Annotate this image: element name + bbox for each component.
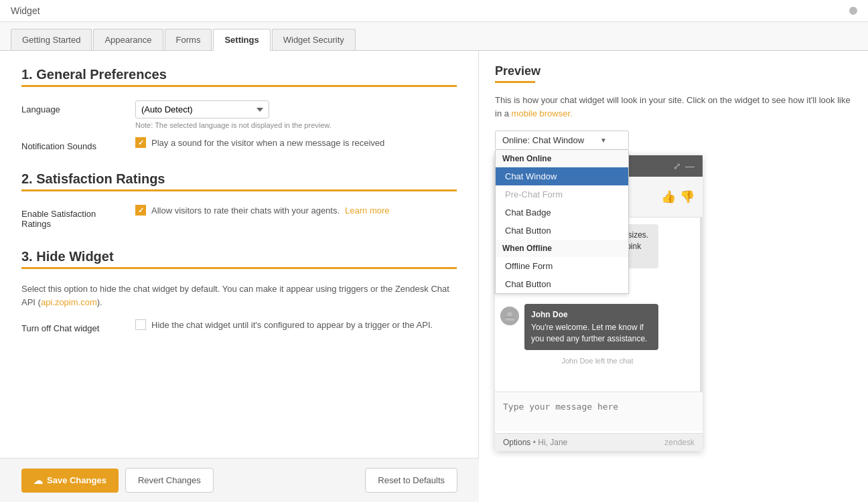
thumbs-up-icon[interactable]: 👍 (661, 189, 676, 204)
chat-footer: Options • Hi, Jane zendesk (495, 433, 703, 451)
preview-title: Preview (495, 64, 852, 78)
learn-more-link[interactable]: Learn more (345, 205, 389, 216)
dropdown-item-offline-form[interactable]: Offline Form (496, 257, 628, 275)
dropdown-value: Online: Chat Window (502, 135, 584, 145)
turn-off-row: Turn off Chat widget Hide the chat widge… (21, 319, 457, 333)
status-dot (849, 7, 857, 15)
msg-john-doe: John Doe You're welcome. Let me know if … (500, 304, 695, 349)
svg-point-4 (507, 312, 512, 317)
dropdown-item-chat-button-online[interactable]: Chat Button (496, 222, 628, 240)
preview-divider (495, 81, 535, 83)
group-when-offline: When Offline (496, 240, 628, 257)
top-bar: Widget (0, 0, 868, 22)
turn-off-label: Turn off Chat widget (21, 319, 135, 333)
satisfaction-content: Allow visitors to rate their chats with … (135, 205, 457, 216)
main-layout: 1. General Preferences Language (Auto De… (0, 51, 868, 493)
hide-widget-description: Select this option to hide the chat widg… (21, 282, 457, 309)
footer-separator: • (533, 438, 536, 447)
dropdown-menu: When Online Chat Window Pre-Chat Form Ch… (495, 150, 629, 294)
notification-label: Notification Sounds (21, 137, 135, 151)
reset-button[interactable]: Reset to Defaults (365, 468, 457, 493)
preview-dropdown-container: Online: Chat Window ▼ When Online Chat W… (495, 131, 852, 150)
satisfaction-checkbox-row: Allow visitors to rate their chats with … (135, 205, 457, 216)
tab-getting-started[interactable]: Getting Started (11, 29, 92, 50)
system-message: John Doe left the chat (500, 357, 695, 365)
turn-off-content: Hide the chat widget until it's configur… (135, 319, 457, 330)
satisfaction-checkbox[interactable] (135, 205, 146, 216)
satisfaction-label-text: Enable SatisfactionRatings (21, 209, 96, 229)
preview-dropdown[interactable]: Online: Chat Window ▼ (495, 131, 629, 150)
john-avatar-icon (504, 311, 515, 321)
language-select[interactable]: (Auto Detect) (135, 100, 269, 118)
button-row: ☁ Save Changes Revert Changes Reset to D… (0, 458, 479, 493)
notification-text: Play a sound for the visitor when a new … (151, 138, 384, 148)
section-satisfaction-divider (21, 189, 457, 191)
left-panel: 1. General Preferences Language (Auto De… (0, 51, 479, 493)
language-note: Note: The selected language is not displ… (135, 121, 457, 129)
john-bubble: John Doe You're welcome. Let me know if … (524, 304, 658, 349)
rating-icons: 👍 👎 (661, 189, 695, 204)
tab-settings[interactable]: Settings (213, 29, 270, 51)
right-panel: Preview This is how your chat widget wil… (479, 51, 868, 493)
section-hide-widget: 3. Hide Widget Select this option to hid… (21, 249, 457, 333)
cloud-icon: ☁ (33, 475, 43, 486)
mobile-link[interactable]: mobile browser. (512, 108, 573, 118)
api-link[interactable]: api.zopim.com (41, 297, 97, 307)
language-label: Language (21, 100, 135, 114)
chevron-down-icon: ▼ (600, 137, 607, 144)
section-general: 1. General Preferences Language (Auto De… (21, 67, 457, 151)
chat-input-area (495, 392, 703, 433)
notification-checkbox-row: Play a sound for the visitor when a new … (135, 137, 457, 148)
language-content: (Auto Detect) Note: The selected languag… (135, 100, 457, 129)
thumbs-down-icon[interactable]: 👎 (680, 189, 695, 204)
notification-content: Play a sound for the visitor when a new … (135, 137, 457, 148)
minimize-icon[interactable]: — (685, 161, 695, 171)
app-title: Widget (11, 5, 40, 16)
satisfaction-text: Allow visitors to rate their chats with … (151, 205, 340, 216)
section-general-divider (21, 85, 457, 87)
save-label: Save Changes (47, 475, 106, 485)
group-when-online: When Online (496, 150, 628, 167)
save-button[interactable]: ☁ Save Changes (21, 469, 119, 493)
dropdown-item-chat-badge[interactable]: Chat Badge (496, 203, 628, 222)
dropdown-item-prechat-form: Pre-Chat Form (496, 185, 628, 203)
footer-options: Options • Hi, Jane (503, 438, 567, 447)
section-hide-title: 3. Hide Widget (21, 249, 457, 264)
chat-input[interactable] (495, 392, 703, 431)
svg-rect-5 (506, 317, 514, 318)
footer-brand: zendesk (664, 438, 695, 447)
tab-appearance[interactable]: Appearance (93, 29, 163, 50)
tab-widget-security[interactable]: Widget Security (272, 29, 356, 50)
satisfaction-label: Enable SatisfactionRatings (21, 205, 135, 229)
footer-greeting: Hi, Jane (538, 438, 567, 447)
expand-icon[interactable]: ⤢ (673, 161, 681, 171)
dropdown-item-chat-button-offline[interactable]: Chat Button (496, 275, 628, 293)
section-hide-divider (21, 267, 457, 269)
john-name: John Doe (531, 309, 652, 321)
turn-off-checkbox-row: Hide the chat widget until it's configur… (135, 319, 457, 330)
tab-navigation: Getting Started Appearance Forms Setting… (0, 22, 868, 51)
john-avatar (500, 307, 519, 325)
footer-options-text[interactable]: Options (503, 438, 530, 447)
satisfaction-row: Enable SatisfactionRatings Allow visitor… (21, 205, 457, 229)
tab-forms[interactable]: Forms (165, 29, 212, 50)
language-row: Language (Auto Detect) Note: The selecte… (21, 100, 457, 129)
revert-button[interactable]: Revert Changes (125, 468, 214, 493)
dropdown-item-chat-window[interactable]: Chat Window (496, 167, 628, 185)
section-satisfaction: 2. Satisfaction Ratings Enable Satisfact… (21, 171, 457, 229)
preview-note: This is how your chat widget will look i… (495, 94, 852, 120)
turn-off-text: Hide the chat widget until it's configur… (151, 320, 433, 330)
notification-checkbox[interactable] (135, 137, 146, 148)
section-general-title: 1. General Preferences (21, 67, 457, 82)
chat-header-icons: ⤢ — (673, 161, 695, 171)
notification-row: Notification Sounds Play a sound for the… (21, 137, 457, 151)
turn-off-checkbox[interactable] (135, 319, 146, 330)
section-satisfaction-title: 2. Satisfaction Ratings (21, 171, 457, 187)
